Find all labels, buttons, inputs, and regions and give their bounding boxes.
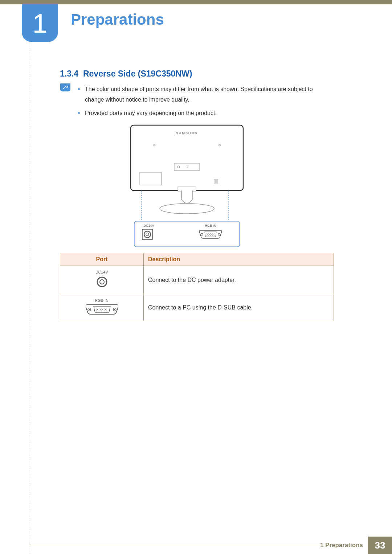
- note-text: Provided ports may vary depending on the…: [85, 108, 217, 119]
- svg-point-22: [212, 233, 213, 234]
- chapter-number: 1: [32, 8, 47, 39]
- svg-point-34: [100, 280, 104, 284]
- note-list: The color and shape of parts may differ …: [78, 84, 332, 121]
- callout-right-label: RGB IN: [205, 224, 216, 227]
- dc-jack-icon: [96, 276, 108, 288]
- svg-point-21: [210, 233, 211, 234]
- table-row: RGB IN Conne: [60, 294, 334, 321]
- monitor-rear-diagram: SAMSUNG DC14V RGB IN: [127, 123, 247, 252]
- page-title: Preparations: [71, 11, 164, 28]
- page-footer: 1 Preparations 33: [0, 537, 392, 554]
- svg-point-19: [207, 233, 207, 234]
- left-margin-rule: [30, 0, 30, 554]
- callout-left-label: DC14V: [143, 224, 154, 227]
- svg-point-44: [97, 309, 98, 310]
- svg-point-31: [212, 235, 213, 236]
- svg-rect-6: [140, 172, 162, 185]
- svg-point-47: [105, 309, 106, 310]
- bullet-icon: [78, 88, 80, 90]
- bullet-icon: [78, 112, 80, 114]
- dsub-port-icon: [86, 304, 118, 315]
- list-item: The color and shape of parts may differ …: [78, 84, 332, 105]
- svg-point-27: [213, 234, 213, 235]
- svg-point-51: [104, 311, 105, 311]
- port-label: DC14V: [65, 270, 139, 274]
- port-cell: RGB IN: [60, 294, 144, 321]
- svg-point-40: [99, 308, 99, 308]
- ports-table: Port Description DC14V Connect to the DC…: [60, 253, 334, 321]
- svg-point-48: [96, 311, 97, 311]
- svg-point-24: [207, 234, 208, 235]
- svg-point-28: [207, 235, 207, 236]
- svg-rect-3: [174, 163, 200, 171]
- svg-point-25: [209, 234, 210, 235]
- svg-point-20: [208, 233, 209, 234]
- brand-label: SAMSUNG: [176, 131, 198, 135]
- port-description: Connect to a PC using the D-SUB cable.: [144, 294, 334, 321]
- svg-point-50: [101, 311, 102, 311]
- svg-point-29: [208, 235, 209, 236]
- table-row: DC14V Connect to the DC power adapter.: [60, 266, 334, 294]
- svg-point-45: [100, 309, 101, 310]
- svg-point-38: [114, 309, 115, 310]
- list-item: Provided ports may vary depending on the…: [78, 108, 332, 119]
- port-label: RGB IN: [65, 299, 139, 303]
- svg-point-33: [97, 277, 107, 287]
- svg-point-49: [99, 311, 99, 311]
- section-number: 1.3.4: [60, 69, 78, 78]
- note-text: The color and shape of parts may differ …: [85, 84, 332, 105]
- svg-point-10: [160, 204, 214, 214]
- table-header-description: Description: [144, 253, 334, 266]
- section-title: Reverse Side (S19C350NW): [83, 69, 192, 78]
- svg-point-26: [211, 234, 212, 235]
- section-heading: 1.3.4 Reverse Side (S19C350NW): [60, 69, 192, 79]
- footer-chapter-ref: 1 Preparations: [320, 537, 368, 554]
- chapter-number-badge: 1: [22, 4, 58, 42]
- svg-point-42: [104, 308, 105, 308]
- svg-point-41: [101, 308, 102, 308]
- svg-point-39: [96, 308, 97, 308]
- top-accent-bar: [0, 0, 392, 4]
- svg-point-23: [214, 233, 215, 234]
- svg-point-43: [106, 308, 107, 308]
- table-header-port: Port: [60, 253, 144, 266]
- port-description: Connect to the DC power adapter.: [144, 266, 334, 294]
- svg-point-32: [214, 235, 215, 236]
- svg-point-52: [106, 311, 107, 311]
- svg-point-30: [210, 235, 211, 236]
- svg-point-46: [102, 309, 103, 310]
- port-cell: DC14V: [60, 266, 144, 294]
- footer-page-number: 33: [368, 537, 392, 554]
- note-icon: [60, 83, 70, 91]
- svg-point-36: [89, 309, 90, 310]
